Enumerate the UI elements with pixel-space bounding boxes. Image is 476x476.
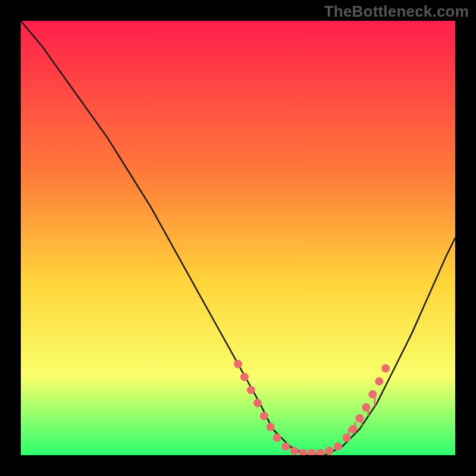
dot	[247, 386, 255, 394]
dot	[240, 373, 249, 381]
dot	[260, 412, 268, 420]
plot-background	[21, 21, 455, 455]
dot	[325, 447, 333, 455]
watermark-text: TheBottleneck.com	[324, 2, 469, 21]
dot	[234, 360, 242, 368]
dot	[299, 449, 308, 457]
dot	[267, 423, 275, 431]
dot	[281, 442, 290, 450]
dot	[273, 434, 281, 442]
dot	[375, 377, 383, 386]
dot	[253, 399, 262, 407]
dot	[381, 364, 390, 372]
dot	[290, 447, 299, 455]
chart-svg	[0, 0, 476, 476]
dot	[317, 449, 325, 457]
dot	[334, 442, 342, 450]
chart-frame: TheBottleneck.com	[0, 0, 476, 476]
dot	[308, 449, 316, 457]
